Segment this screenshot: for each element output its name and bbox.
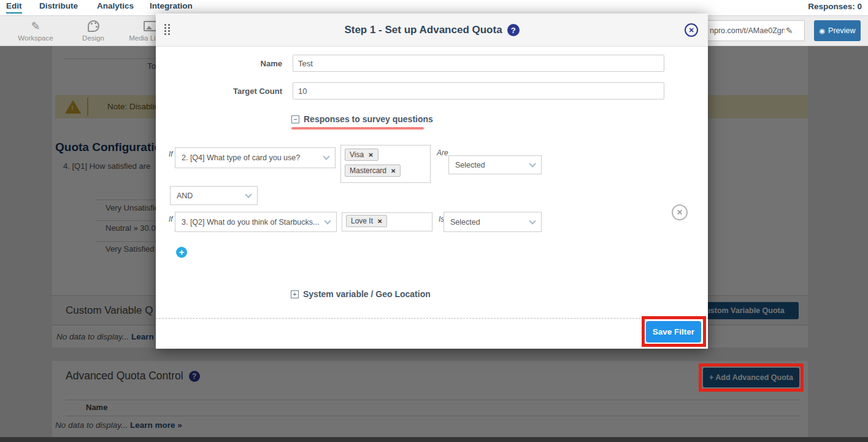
target-count-input[interactable] bbox=[293, 82, 664, 99]
responses-section-toggle[interactable]: − Responses to survey questions bbox=[291, 114, 433, 124]
toolbar-workspace[interactable]: ✎ Workspace bbox=[6, 19, 65, 42]
responses-count: Responses: 0 bbox=[808, 2, 862, 11]
help-icon[interactable]: ? bbox=[507, 24, 520, 36]
remove-tag-icon[interactable]: ✕ bbox=[391, 168, 396, 174]
answer-tags-box[interactable]: Love It ✕ bbox=[342, 212, 432, 231]
nav-tab-distribute[interactable]: Distribute bbox=[39, 1, 78, 12]
expand-icon: + bbox=[291, 290, 299, 298]
joiner-dropdown-value: AND bbox=[177, 192, 193, 200]
add-condition-icon[interactable]: + bbox=[176, 247, 187, 258]
question-dropdown-value: 2. [Q4] What type of card you use? bbox=[182, 153, 300, 162]
operator-dropdown[interactable]: Selected bbox=[444, 212, 542, 232]
nav-tab-integration[interactable]: Integration bbox=[150, 1, 193, 12]
answer-tags-box[interactable]: Visa ✕ Mastercard ✕ bbox=[340, 145, 431, 183]
name-label: Name bbox=[156, 59, 282, 68]
question-dropdown-value: 3. [Q2] What do you think of Starbucks..… bbox=[182, 218, 319, 227]
answer-tag: Love It ✕ bbox=[346, 215, 387, 227]
collapse-icon: − bbox=[291, 115, 299, 123]
target-count-label: Target Count bbox=[156, 87, 282, 96]
question-dropdown[interactable]: 3. [Q2] What do you think of Starbucks..… bbox=[175, 212, 337, 232]
survey-url-field[interactable]: ✎ bbox=[704, 20, 805, 41]
if-label: If bbox=[169, 150, 173, 158]
system-variable-section-toggle[interactable]: + System variable / Geo Location bbox=[291, 289, 431, 299]
chevron-down-icon bbox=[323, 153, 329, 160]
tag-label: Visa bbox=[350, 150, 364, 159]
remove-condition-icon[interactable]: ✕ bbox=[672, 204, 688, 220]
operator-dropdown-value: Selected bbox=[450, 218, 480, 227]
answer-tag: Mastercard ✕ bbox=[345, 165, 401, 177]
toolbar-design[interactable]: Design bbox=[64, 19, 123, 42]
modal-header: Step 1 - Set up Advanced Quota ? ✕ bbox=[156, 14, 708, 47]
advanced-quota-modal: Step 1 - Set up Advanced Quota ? ✕ Name … bbox=[156, 14, 708, 349]
nav-tab-edit[interactable]: Edit bbox=[6, 1, 22, 14]
red-underline bbox=[291, 127, 424, 130]
close-icon[interactable]: ✕ bbox=[685, 23, 698, 37]
modal-title: Step 1 - Set up Advanced Quota bbox=[344, 24, 502, 36]
workspace-icon: ✎ bbox=[6, 19, 65, 34]
save-filter-button[interactable]: Save Filter bbox=[646, 321, 701, 343]
chevron-down-icon bbox=[245, 191, 252, 198]
design-palette-icon bbox=[64, 19, 123, 34]
page: Tot ! Note: Disabling Quota Configuratio… bbox=[0, 0, 868, 442]
operator-label: Are bbox=[437, 149, 448, 157]
nav-tab-analytics[interactable]: Analytics bbox=[97, 1, 134, 12]
answer-tag: Visa ✕ bbox=[345, 149, 378, 161]
preview-label: Preview bbox=[828, 26, 855, 35]
operator-dropdown-value: Selected bbox=[455, 161, 485, 169]
chevron-down-icon bbox=[529, 217, 536, 224]
toolbar-label: Workspace bbox=[6, 34, 65, 42]
edit-pencil-icon[interactable]: ✎ bbox=[786, 26, 793, 36]
survey-url-input[interactable] bbox=[705, 26, 785, 35]
preview-button[interactable]: ◉ Preview bbox=[814, 20, 861, 41]
joiner-dropdown[interactable]: AND bbox=[170, 186, 258, 205]
chevron-down-icon bbox=[529, 160, 536, 167]
chevron-down-icon bbox=[324, 217, 331, 224]
toolbar-label: Design bbox=[64, 34, 123, 42]
question-dropdown[interactable]: 2. [Q4] What type of card you use? bbox=[175, 147, 336, 168]
remove-tag-icon[interactable]: ✕ bbox=[377, 218, 382, 225]
responses-section-title: Responses to survey questions bbox=[304, 114, 433, 124]
tag-label: Love It bbox=[351, 217, 373, 225]
remove-tag-icon[interactable]: ✕ bbox=[368, 152, 373, 158]
modal-title-row: Step 1 - Set up Advanced Quota ? bbox=[156, 14, 708, 47]
operator-dropdown[interactable]: Selected bbox=[448, 155, 542, 174]
quota-name-input[interactable] bbox=[293, 55, 664, 72]
system-variable-section-title: System variable / Geo Location bbox=[303, 289, 431, 299]
footer-divider bbox=[156, 318, 708, 319]
tag-label: Mastercard bbox=[350, 166, 386, 175]
eye-icon: ◉ bbox=[819, 27, 825, 35]
if-label: If bbox=[169, 215, 173, 223]
